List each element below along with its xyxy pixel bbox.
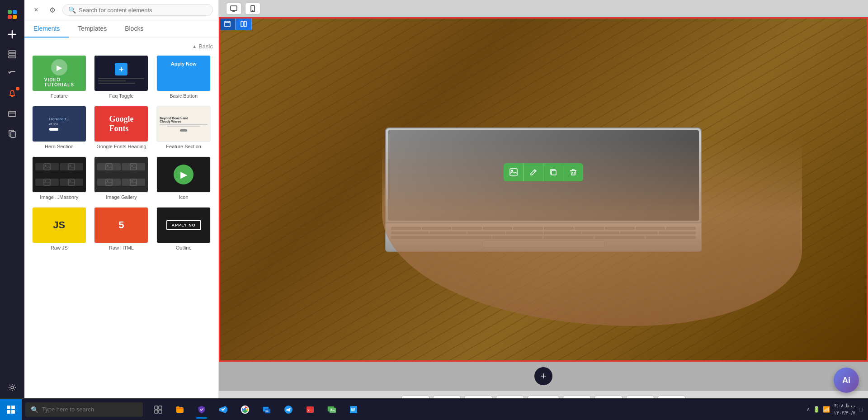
svg-point-18: [69, 180, 71, 182]
mobile-view-btn[interactable]: [245, 3, 260, 14]
svg-point-29: [252, 10, 253, 11]
svg-rect-66: [159, 406, 162, 409]
element-image-masonry[interactable]: Image ...Masonry: [30, 155, 89, 202]
element-thumb-faq: +: [94, 55, 148, 91]
close-panel-btn[interactable]: ×: [30, 4, 42, 16]
element-icon[interactable]: ▶ Icon: [154, 155, 213, 202]
taskbar-search-icon: 🔍: [31, 406, 38, 413]
svg-text:X: X: [307, 409, 310, 412]
taskbar-word[interactable]: W: [344, 400, 363, 420]
svg-rect-64: [11, 410, 15, 414]
start-button[interactable]: [0, 399, 22, 420]
element-image-gallery[interactable]: Image Gallery: [92, 155, 151, 202]
taskbar-xampp[interactable]: X: [300, 400, 320, 420]
elements-container: ▲ Basic ▶ VIDEOTUTORIALS Feature +: [24, 38, 218, 420]
left-panel: × ⚙ 🔍 Elements Templates Blocks: [24, 0, 219, 420]
add-element-btn[interactable]: [3, 25, 21, 43]
svg-rect-1: [13, 10, 17, 14]
element-outline[interactable]: APPLY NO Outline: [154, 205, 213, 252]
taskbar-icons: VB X W: [148, 400, 363, 420]
element-raw-js[interactable]: JS Raw JS: [30, 205, 89, 252]
add-section-row: +: [219, 362, 868, 391]
section-header-basic[interactable]: ▲ Basic: [30, 41, 213, 53]
taskbar-task-view[interactable]: [148, 400, 168, 420]
system-clock: ۴:۰۸ ب.ظ ۱۴۰۳/۴۰/۷: [834, 402, 855, 416]
notifications-btn[interactable]: [3, 85, 21, 103]
element-thumb-button: Apply Now: [156, 55, 211, 91]
tray-chevron[interactable]: ∧: [807, 406, 810, 412]
svg-rect-62: [11, 406, 15, 409]
svg-point-16: [45, 180, 46, 182]
svg-text:W: W: [351, 407, 355, 412]
search-box: 🔍: [62, 4, 213, 16]
element-raw-html[interactable]: 5 Raw HTML: [92, 205, 151, 252]
taskbar-chrome[interactable]: [235, 400, 255, 420]
layers-btn[interactable]: [3, 45, 21, 63]
page-canvas: [219, 17, 868, 362]
element-google-fonts[interactable]: GoogleFonts Google Fonts Heading: [92, 104, 151, 151]
sel-image-btn[interactable]: [504, 163, 524, 181]
taskbar-virtualbox[interactable]: VB: [257, 400, 277, 420]
ai-floating-btn[interactable]: Ai: [834, 368, 859, 393]
sel-copy-btn[interactable]: [543, 163, 563, 181]
pages-btn[interactable]: [3, 125, 21, 143]
element-feature[interactable]: ▶ VIDEOTUTORIALS Feature: [30, 53, 89, 100]
svg-point-24: [107, 180, 108, 182]
svg-rect-30: [225, 21, 230, 27]
block-section-btn[interactable]: [219, 18, 236, 30]
element-feature-section[interactable]: Beyond Beach andCloudy Waves Feature Sec…: [154, 104, 213, 151]
settings-btn[interactable]: [3, 378, 21, 396]
logo-btn[interactable]: [3, 5, 21, 24]
svg-rect-33: [510, 169, 517, 176]
svg-rect-65: [155, 406, 158, 409]
taskbar-file-explorer[interactable]: [170, 400, 190, 420]
taskbar-shield[interactable]: [192, 400, 212, 420]
selected-image-block[interactable]: [219, 17, 868, 362]
settings-panel-btn[interactable]: ⚙: [46, 4, 59, 16]
block-row-btn[interactable]: [236, 18, 252, 30]
add-section-btn[interactable]: +: [534, 367, 552, 385]
element-hero-section[interactable]: Highland T... of Sco... Hero Section: [30, 104, 89, 151]
block-type-indicator: [219, 18, 252, 30]
element-thumb-outline: APPLY NO: [156, 207, 211, 243]
taskbar-telegram[interactable]: [278, 400, 298, 420]
element-basic-button[interactable]: Apply Now Basic Button: [154, 53, 213, 100]
svg-point-34: [511, 170, 513, 171]
svg-rect-63: [7, 410, 10, 414]
preview-btn[interactable]: [3, 105, 21, 123]
svg-rect-67: [155, 410, 158, 413]
collapse-icon: ▲: [192, 44, 197, 49]
svg-rect-61: [7, 406, 10, 409]
right-content: +: [219, 0, 868, 420]
undo-btn[interactable]: [3, 65, 21, 83]
tab-blocks[interactable]: Blocks: [116, 20, 152, 38]
notification-center-icon[interactable]: □: [859, 406, 863, 413]
element-thumb-feature2: Beyond Beach andCloudy Waves: [156, 106, 211, 142]
sel-delete-btn[interactable]: [563, 163, 583, 181]
tab-templates[interactable]: Templates: [69, 20, 116, 38]
tab-elements[interactable]: Elements: [24, 20, 69, 38]
svg-point-26: [132, 180, 133, 182]
element-thumb-rawjs: JS: [32, 207, 86, 243]
system-tray: ∧ 🔋 📶: [807, 406, 830, 413]
sel-edit-btn[interactable]: [524, 163, 543, 181]
svg-point-79: [331, 408, 332, 410]
desktop-view-btn[interactable]: [226, 3, 241, 14]
canvas-frame: [219, 17, 868, 362]
taskbar-vs-code[interactable]: [213, 400, 233, 420]
svg-point-14: [69, 165, 71, 166]
far-left-sidebar: [0, 0, 24, 420]
taskbar-images[interactable]: [322, 400, 342, 420]
taskbar-search-input[interactable]: [42, 406, 123, 413]
svg-rect-0: [8, 10, 12, 14]
element-thumb-icon: ▶: [156, 156, 211, 193]
search-input[interactable]: [79, 7, 207, 14]
svg-text:VB: VB: [265, 410, 269, 413]
svg-rect-32: [244, 21, 246, 27]
taskbar-search: 🔍: [25, 402, 143, 417]
svg-rect-31: [241, 21, 243, 27]
svg-point-10: [11, 386, 14, 389]
svg-point-12: [45, 165, 46, 166]
canvas-background-image: [220, 19, 867, 360]
element-faq-toggle[interactable]: + Faq Toggle: [92, 53, 151, 100]
